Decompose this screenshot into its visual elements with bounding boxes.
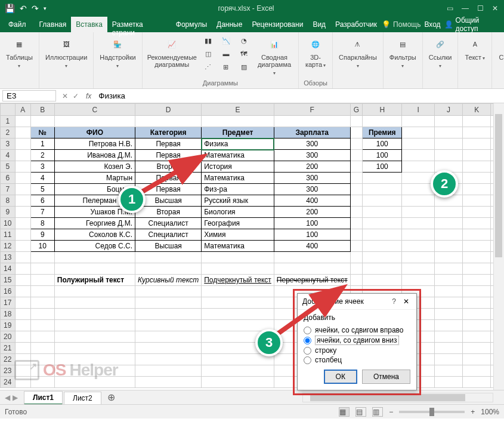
cell-B8[interactable]: 6 [30, 195, 54, 207]
cell-C5[interactable]: Козел Э. [54, 161, 135, 173]
col-header-F[interactable]: F [274, 104, 350, 116]
cell-A11[interactable] [15, 229, 30, 241]
col-header-H[interactable]: H [363, 104, 402, 116]
col-header-J[interactable]: J [434, 104, 462, 116]
cell-J2[interactable] [434, 127, 462, 139]
row-header-17[interactable]: 17 [1, 297, 16, 309]
cell-G4[interactable] [350, 150, 363, 161]
tab-file[interactable]: Файл [0, 17, 35, 32]
col-header-C[interactable]: C [54, 104, 135, 116]
filters-button[interactable]: ▤Фильтры [387, 35, 419, 70]
cell-J14[interactable] [434, 263, 462, 275]
cell-D23[interactable] [135, 365, 202, 377]
cell-I11[interactable] [402, 229, 435, 241]
cell-I3[interactable] [402, 139, 435, 150]
cell-B20[interactable] [30, 331, 54, 343]
cell-B3[interactable]: 1 [30, 139, 54, 150]
tab-home[interactable]: Главная [35, 17, 72, 32]
cell-F9[interactable]: 200 [274, 207, 350, 218]
cell-G6[interactable] [350, 173, 363, 184]
illustrations-button[interactable]: 🖼Иллюстрации [43, 35, 89, 70]
cell-K17[interactable] [463, 297, 491, 309]
cell-H4[interactable]: 100 [363, 150, 402, 161]
cell-G14[interactable] [350, 263, 363, 275]
cell-A4[interactable] [15, 150, 30, 161]
cell-J13[interactable] [434, 252, 462, 263]
addins-button[interactable]: 🏪Надстройки [97, 35, 138, 70]
cell-A17[interactable] [15, 297, 30, 309]
cell-J20[interactable] [434, 331, 462, 343]
cell-K10[interactable] [463, 218, 491, 229]
cell-A21[interactable] [15, 343, 30, 354]
cell-E16[interactable] [202, 286, 274, 297]
cell-E14[interactable] [202, 263, 274, 275]
cell-E18[interactable] [202, 309, 274, 320]
cell-E9[interactable]: Биология [202, 207, 274, 218]
cell-K11[interactable] [463, 229, 491, 241]
tab-developer[interactable]: Разработчик [330, 17, 382, 32]
cell-E3[interactable]: Физика [202, 139, 274, 150]
combo-chart-button[interactable]: ⊞ [218, 61, 234, 73]
cell-F2[interactable]: Зарплата [274, 127, 350, 139]
cell-J1[interactable] [434, 116, 462, 127]
cell-A5[interactable] [15, 161, 30, 173]
cell-H5[interactable]: 100 [363, 161, 402, 173]
cell-H9[interactable] [363, 207, 402, 218]
col-header-D[interactable]: D [135, 104, 202, 116]
cell-J24[interactable] [434, 377, 462, 388]
cancel-formula-icon[interactable]: ✕ [62, 92, 68, 100]
row-header-2[interactable]: 2 [1, 127, 16, 139]
row-header-15[interactable]: 15 [1, 275, 16, 286]
col-header-I[interactable]: I [402, 104, 435, 116]
cell-G12[interactable] [350, 241, 363, 252]
cell-E1[interactable] [202, 116, 274, 127]
cell-D2[interactable]: Категория [135, 127, 202, 139]
row-header-8[interactable]: 8 [1, 195, 16, 207]
vertical-scrollbar[interactable] [493, 103, 504, 390]
cell-I13[interactable] [402, 252, 435, 263]
cell-G13[interactable] [350, 252, 363, 263]
cell-A8[interactable] [15, 195, 30, 207]
cell-H13[interactable] [363, 252, 402, 263]
sparklines-button[interactable]: ⩚Спарклайны [336, 35, 379, 70]
tab-insert[interactable]: Вставка [71, 17, 107, 32]
cell-F5[interactable]: 200 [274, 161, 350, 173]
cell-K21[interactable] [463, 343, 491, 354]
select-all-button[interactable] [1, 104, 16, 116]
cell-B15[interactable] [30, 275, 54, 286]
cell-G7[interactable] [350, 184, 363, 195]
cell-J16[interactable] [434, 286, 462, 297]
redo-icon[interactable]: ↷ [32, 4, 39, 13]
cell-I1[interactable] [402, 116, 435, 127]
cell-D18[interactable] [135, 309, 202, 320]
cell-K8[interactable] [463, 195, 491, 207]
row-header-24[interactable]: 24 [1, 377, 16, 388]
cell-F13[interactable] [274, 252, 350, 263]
cell-K16[interactable] [463, 286, 491, 297]
cell-K2[interactable] [463, 127, 491, 139]
cell-D13[interactable] [135, 252, 202, 263]
cell-G9[interactable] [350, 207, 363, 218]
row-header-22[interactable]: 22 [1, 354, 16, 365]
cell-H6[interactable] [363, 173, 402, 184]
cell-G10[interactable] [350, 218, 363, 229]
row-header-3[interactable]: 3 [1, 139, 16, 150]
cell-C6[interactable]: Мартын [54, 173, 135, 184]
cell-B13[interactable] [30, 252, 54, 263]
row-header-12[interactable]: 12 [1, 241, 16, 252]
surface-chart-button[interactable]: ▨ [236, 61, 252, 73]
cell-C17[interactable] [54, 297, 135, 309]
qat-customize-icon[interactable]: ▾ [44, 5, 47, 11]
cell-E13[interactable] [202, 252, 274, 263]
cell-J23[interactable] [434, 365, 462, 377]
cell-G1[interactable] [350, 116, 363, 127]
cell-F7[interactable]: 300 [274, 184, 350, 195]
cell-A6[interactable] [15, 173, 30, 184]
name-box[interactable] [2, 90, 56, 101]
cell-D22[interactable] [135, 354, 202, 365]
cell-A15[interactable] [15, 275, 30, 286]
cell-J10[interactable] [434, 218, 462, 229]
cell-K20[interactable] [463, 331, 491, 343]
pie-chart-button[interactable]: ◔ [236, 35, 252, 47]
cell-K18[interactable] [463, 309, 491, 320]
